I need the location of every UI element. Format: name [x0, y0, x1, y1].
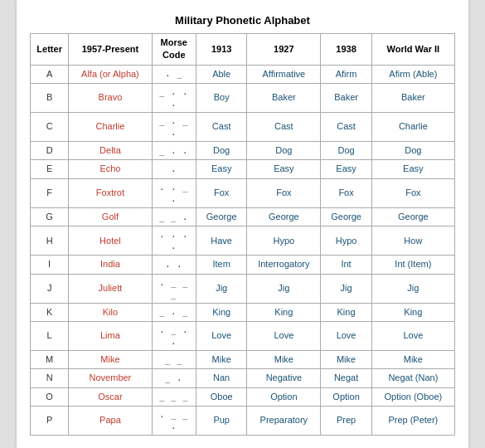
- cell-r9-c1: Juliett: [69, 274, 152, 303]
- cell-r0-c5: Afirm: [321, 65, 371, 83]
- cell-r8-c0: I: [31, 256, 69, 274]
- table-row: LLima. _ . .LoveLoveLoveLove: [31, 321, 455, 350]
- cell-r10-c5: King: [321, 303, 371, 321]
- cell-r13-c1: November: [69, 369, 152, 387]
- table-row: OOscar_ _ _OboeOptionOptionOption (Oboe): [31, 387, 455, 406]
- cell-r14-c6: Option (Oboe): [371, 387, 454, 406]
- cell-r4-c1: Echo: [69, 160, 152, 178]
- cell-r6-c5: George: [321, 207, 371, 226]
- cell-r1-c1: Bravo: [69, 84, 152, 113]
- cell-r7-c4: Hypo: [247, 226, 321, 256]
- cell-r0-c1: Alfa (or Alpha): [69, 65, 152, 83]
- table-row: PPapa. _ _ .PupPreparatoryPrepPrep (Pete…: [31, 407, 455, 436]
- col-header-wwii: World War II: [371, 33, 454, 65]
- table-row: MMike_ _MikeMikeMikeMike: [31, 350, 455, 368]
- cell-r4-c4: Easy: [247, 160, 321, 178]
- cell-r12-c6: Mike: [371, 350, 454, 368]
- cell-r0-c0: A: [31, 65, 69, 83]
- table-row: DDelta_ . .DogDogDogDog: [31, 142, 455, 160]
- cell-r0-c6: Afirm (Able): [371, 65, 454, 83]
- cell-r3-c1: Delta: [69, 142, 152, 160]
- cell-r3-c0: D: [31, 142, 69, 160]
- cell-r13-c2: _ .: [152, 369, 196, 387]
- cell-r8-c4: Interrogatory: [247, 256, 321, 274]
- table-row: AAlfa (or Alpha). _AbleAffirmativeAfirmA…: [31, 65, 455, 83]
- cell-r6-c6: George: [371, 207, 454, 226]
- cell-r9-c3: Jig: [196, 274, 247, 303]
- cell-r0-c2: . _: [152, 65, 196, 83]
- cell-r10-c0: K: [31, 303, 69, 321]
- cell-r11-c0: L: [31, 321, 69, 350]
- cell-r4-c5: Easy: [321, 160, 371, 178]
- cell-r1-c4: Baker: [247, 84, 321, 113]
- col-header-letter: Letter: [31, 33, 69, 65]
- table-row: GGolf_ _ .GeorgeGeorgeGeorgeGeorge: [31, 207, 455, 226]
- cell-r14-c2: _ _ _: [152, 387, 196, 406]
- cell-r1-c6: Baker: [371, 84, 454, 113]
- cell-r9-c4: Jig: [247, 274, 321, 303]
- cell-r10-c4: King: [247, 303, 321, 321]
- cell-r15-c3: Pup: [196, 407, 247, 436]
- cell-r12-c2: _ _: [152, 350, 196, 368]
- table-row: EEcho.EasyEasyEasyEasy: [31, 160, 455, 178]
- cell-r1-c0: B: [31, 84, 69, 113]
- cell-r15-c5: Prep: [321, 407, 371, 436]
- cell-r8-c1: India: [69, 256, 152, 274]
- cell-r9-c0: J: [31, 274, 69, 303]
- cell-r13-c5: Negat: [321, 369, 371, 387]
- table-body: AAlfa (or Alpha). _AbleAffirmativeAfirmA…: [31, 65, 455, 436]
- cell-r12-c4: Mike: [247, 350, 321, 368]
- table-row: NNovember_ .NanNegativeNegatNegat (Nan): [31, 369, 455, 387]
- cell-r3-c5: Dog: [321, 142, 371, 160]
- cell-r13-c3: Nan: [196, 369, 247, 387]
- col-header-1913: 1913: [196, 33, 247, 65]
- cell-r13-c6: Negat (Nan): [371, 369, 454, 387]
- table-row: JJuliett. _ _ _JigJigJigJig: [31, 274, 455, 303]
- phonetic-alphabet-table: Letter 1957-Present Morse Code 1913 1927…: [30, 33, 455, 436]
- cell-r15-c6: Prep (Peter): [371, 407, 454, 436]
- cell-r14-c0: O: [31, 387, 69, 406]
- cell-r11-c5: Love: [321, 321, 371, 350]
- cell-r3-c4: Dog: [247, 142, 321, 160]
- cell-r5-c3: Fox: [196, 178, 247, 207]
- col-header-1957: 1957-Present: [69, 33, 152, 65]
- cell-r10-c2: _ . _: [152, 303, 196, 321]
- table-row: IIndia. .ItemInterrogatoryIntInt (Item): [31, 256, 455, 274]
- cell-r12-c5: Mike: [321, 350, 371, 368]
- cell-r1-c2: _ . . .: [152, 84, 196, 113]
- cell-r14-c1: Oscar: [69, 387, 152, 406]
- cell-r6-c4: George: [247, 207, 321, 226]
- cell-r10-c6: King: [371, 303, 454, 321]
- cell-r5-c1: Foxtrot: [69, 178, 152, 207]
- table-row: FFoxtrot. . _ .FoxFoxFoxFox: [31, 178, 455, 207]
- col-header-1927: 1927: [247, 33, 321, 65]
- cell-r2-c0: C: [31, 113, 69, 142]
- col-header-morse: Morse Code: [152, 33, 196, 65]
- cell-r2-c3: Cast: [196, 113, 247, 142]
- cell-r14-c5: Option: [321, 387, 371, 406]
- cell-r6-c1: Golf: [69, 207, 152, 226]
- cell-r15-c2: . _ _ .: [152, 407, 196, 436]
- cell-r3-c2: _ . .: [152, 142, 196, 160]
- cell-r2-c2: _ . _ .: [152, 113, 196, 142]
- table-row: CCharlie_ . _ .CastCastCastCharlie: [31, 113, 455, 142]
- cell-r5-c2: . . _ .: [152, 178, 196, 207]
- table-header-row: Letter 1957-Present Morse Code 1913 1927…: [31, 33, 455, 65]
- col-header-1938: 1938: [321, 33, 371, 65]
- cell-r5-c6: Fox: [371, 178, 454, 207]
- cell-r12-c0: M: [31, 350, 69, 368]
- cell-r10-c1: Kilo: [69, 303, 152, 321]
- cell-r15-c0: P: [31, 407, 69, 436]
- cell-r0-c4: Affirmative: [247, 65, 321, 83]
- cell-r7-c5: Hypo: [321, 226, 371, 256]
- cell-r4-c6: Easy: [371, 160, 454, 178]
- cell-r14-c4: Option: [247, 387, 321, 406]
- cell-r2-c1: Charlie: [69, 113, 152, 142]
- cell-r11-c2: . _ . .: [152, 321, 196, 350]
- cell-r5-c0: F: [31, 178, 69, 207]
- cell-r2-c4: Cast: [247, 113, 321, 142]
- cell-r7-c0: H: [31, 226, 69, 256]
- cell-r15-c1: Papa: [69, 407, 152, 436]
- cell-r9-c2: . _ _ _: [152, 274, 196, 303]
- cell-r2-c5: Cast: [321, 113, 371, 142]
